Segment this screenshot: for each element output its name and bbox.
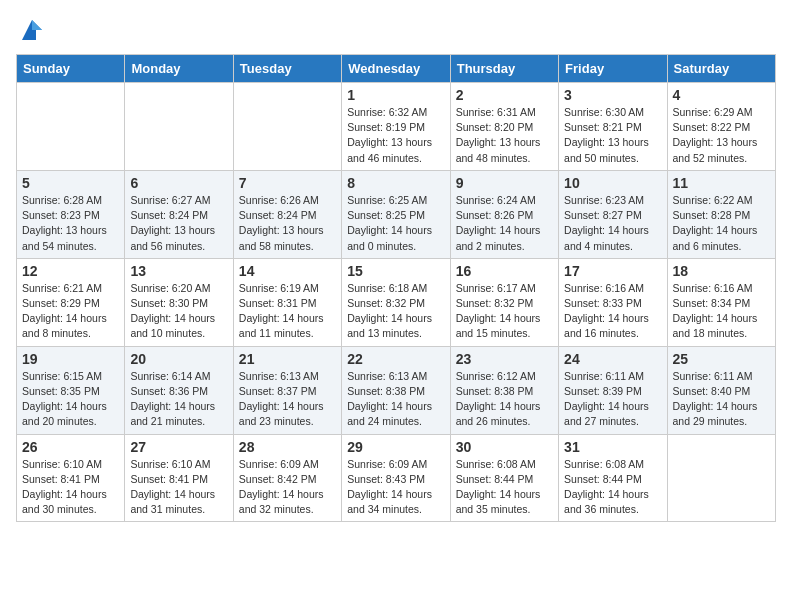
calendar-cell bbox=[125, 83, 233, 171]
day-info: Sunrise: 6:16 AM Sunset: 8:33 PM Dayligh… bbox=[564, 281, 661, 342]
day-info: Sunrise: 6:32 AM Sunset: 8:19 PM Dayligh… bbox=[347, 105, 444, 166]
day-number: 29 bbox=[347, 439, 444, 455]
calendar-cell: 8Sunrise: 6:25 AM Sunset: 8:25 PM Daylig… bbox=[342, 170, 450, 258]
day-info: Sunrise: 6:19 AM Sunset: 8:31 PM Dayligh… bbox=[239, 281, 336, 342]
day-number: 31 bbox=[564, 439, 661, 455]
calendar-cell: 13Sunrise: 6:20 AM Sunset: 8:30 PM Dayli… bbox=[125, 258, 233, 346]
day-info: Sunrise: 6:08 AM Sunset: 8:44 PM Dayligh… bbox=[564, 457, 661, 518]
day-info: Sunrise: 6:10 AM Sunset: 8:41 PM Dayligh… bbox=[130, 457, 227, 518]
day-number: 28 bbox=[239, 439, 336, 455]
calendar-cell: 10Sunrise: 6:23 AM Sunset: 8:27 PM Dayli… bbox=[559, 170, 667, 258]
day-info: Sunrise: 6:12 AM Sunset: 8:38 PM Dayligh… bbox=[456, 369, 553, 430]
calendar-cell: 1Sunrise: 6:32 AM Sunset: 8:19 PM Daylig… bbox=[342, 83, 450, 171]
day-number: 14 bbox=[239, 263, 336, 279]
day-info: Sunrise: 6:16 AM Sunset: 8:34 PM Dayligh… bbox=[673, 281, 770, 342]
day-info: Sunrise: 6:11 AM Sunset: 8:39 PM Dayligh… bbox=[564, 369, 661, 430]
day-number: 20 bbox=[130, 351, 227, 367]
calendar-cell: 24Sunrise: 6:11 AM Sunset: 8:39 PM Dayli… bbox=[559, 346, 667, 434]
day-info: Sunrise: 6:10 AM Sunset: 8:41 PM Dayligh… bbox=[22, 457, 119, 518]
day-number: 25 bbox=[673, 351, 770, 367]
day-info: Sunrise: 6:24 AM Sunset: 8:26 PM Dayligh… bbox=[456, 193, 553, 254]
weekday-header-sunday: Sunday bbox=[17, 55, 125, 83]
day-number: 27 bbox=[130, 439, 227, 455]
weekday-header-row: SundayMondayTuesdayWednesdayThursdayFrid… bbox=[17, 55, 776, 83]
day-info: Sunrise: 6:29 AM Sunset: 8:22 PM Dayligh… bbox=[673, 105, 770, 166]
day-info: Sunrise: 6:08 AM Sunset: 8:44 PM Dayligh… bbox=[456, 457, 553, 518]
day-number: 10 bbox=[564, 175, 661, 191]
day-number: 4 bbox=[673, 87, 770, 103]
day-info: Sunrise: 6:30 AM Sunset: 8:21 PM Dayligh… bbox=[564, 105, 661, 166]
day-number: 17 bbox=[564, 263, 661, 279]
page-header bbox=[16, 16, 776, 44]
day-info: Sunrise: 6:18 AM Sunset: 8:32 PM Dayligh… bbox=[347, 281, 444, 342]
day-info: Sunrise: 6:14 AM Sunset: 8:36 PM Dayligh… bbox=[130, 369, 227, 430]
calendar-cell: 14Sunrise: 6:19 AM Sunset: 8:31 PM Dayli… bbox=[233, 258, 341, 346]
calendar-week-row: 12Sunrise: 6:21 AM Sunset: 8:29 PM Dayli… bbox=[17, 258, 776, 346]
weekday-header-friday: Friday bbox=[559, 55, 667, 83]
day-number: 18 bbox=[673, 263, 770, 279]
calendar-week-row: 26Sunrise: 6:10 AM Sunset: 8:41 PM Dayli… bbox=[17, 434, 776, 522]
calendar-cell: 28Sunrise: 6:09 AM Sunset: 8:42 PM Dayli… bbox=[233, 434, 341, 522]
calendar-cell: 18Sunrise: 6:16 AM Sunset: 8:34 PM Dayli… bbox=[667, 258, 775, 346]
day-info: Sunrise: 6:13 AM Sunset: 8:37 PM Dayligh… bbox=[239, 369, 336, 430]
day-number: 12 bbox=[22, 263, 119, 279]
calendar-cell: 27Sunrise: 6:10 AM Sunset: 8:41 PM Dayli… bbox=[125, 434, 233, 522]
day-number: 13 bbox=[130, 263, 227, 279]
calendar-cell: 7Sunrise: 6:26 AM Sunset: 8:24 PM Daylig… bbox=[233, 170, 341, 258]
calendar-cell bbox=[667, 434, 775, 522]
day-info: Sunrise: 6:09 AM Sunset: 8:42 PM Dayligh… bbox=[239, 457, 336, 518]
calendar-cell: 31Sunrise: 6:08 AM Sunset: 8:44 PM Dayli… bbox=[559, 434, 667, 522]
calendar-cell: 15Sunrise: 6:18 AM Sunset: 8:32 PM Dayli… bbox=[342, 258, 450, 346]
day-number: 3 bbox=[564, 87, 661, 103]
day-number: 23 bbox=[456, 351, 553, 367]
day-info: Sunrise: 6:20 AM Sunset: 8:30 PM Dayligh… bbox=[130, 281, 227, 342]
day-info: Sunrise: 6:25 AM Sunset: 8:25 PM Dayligh… bbox=[347, 193, 444, 254]
calendar-cell: 22Sunrise: 6:13 AM Sunset: 8:38 PM Dayli… bbox=[342, 346, 450, 434]
day-info: Sunrise: 6:23 AM Sunset: 8:27 PM Dayligh… bbox=[564, 193, 661, 254]
weekday-header-tuesday: Tuesday bbox=[233, 55, 341, 83]
day-number: 5 bbox=[22, 175, 119, 191]
day-number: 2 bbox=[456, 87, 553, 103]
calendar-table: SundayMondayTuesdayWednesdayThursdayFrid… bbox=[16, 54, 776, 522]
day-number: 16 bbox=[456, 263, 553, 279]
logo bbox=[16, 16, 46, 44]
calendar-cell: 9Sunrise: 6:24 AM Sunset: 8:26 PM Daylig… bbox=[450, 170, 558, 258]
day-number: 11 bbox=[673, 175, 770, 191]
calendar-cell: 25Sunrise: 6:11 AM Sunset: 8:40 PM Dayli… bbox=[667, 346, 775, 434]
day-number: 30 bbox=[456, 439, 553, 455]
day-info: Sunrise: 6:17 AM Sunset: 8:32 PM Dayligh… bbox=[456, 281, 553, 342]
calendar-cell: 16Sunrise: 6:17 AM Sunset: 8:32 PM Dayli… bbox=[450, 258, 558, 346]
day-info: Sunrise: 6:15 AM Sunset: 8:35 PM Dayligh… bbox=[22, 369, 119, 430]
calendar-cell: 11Sunrise: 6:22 AM Sunset: 8:28 PM Dayli… bbox=[667, 170, 775, 258]
calendar-cell: 29Sunrise: 6:09 AM Sunset: 8:43 PM Dayli… bbox=[342, 434, 450, 522]
weekday-header-wednesday: Wednesday bbox=[342, 55, 450, 83]
svg-marker-1 bbox=[32, 20, 42, 30]
weekday-header-thursday: Thursday bbox=[450, 55, 558, 83]
weekday-header-saturday: Saturday bbox=[667, 55, 775, 83]
day-info: Sunrise: 6:26 AM Sunset: 8:24 PM Dayligh… bbox=[239, 193, 336, 254]
calendar-cell: 5Sunrise: 6:28 AM Sunset: 8:23 PM Daylig… bbox=[17, 170, 125, 258]
day-info: Sunrise: 6:11 AM Sunset: 8:40 PM Dayligh… bbox=[673, 369, 770, 430]
calendar-cell: 6Sunrise: 6:27 AM Sunset: 8:24 PM Daylig… bbox=[125, 170, 233, 258]
day-info: Sunrise: 6:13 AM Sunset: 8:38 PM Dayligh… bbox=[347, 369, 444, 430]
day-number: 19 bbox=[22, 351, 119, 367]
weekday-header-monday: Monday bbox=[125, 55, 233, 83]
calendar-cell: 26Sunrise: 6:10 AM Sunset: 8:41 PM Dayli… bbox=[17, 434, 125, 522]
calendar-cell bbox=[17, 83, 125, 171]
calendar-cell: 19Sunrise: 6:15 AM Sunset: 8:35 PM Dayli… bbox=[17, 346, 125, 434]
day-number: 1 bbox=[347, 87, 444, 103]
calendar-cell: 23Sunrise: 6:12 AM Sunset: 8:38 PM Dayli… bbox=[450, 346, 558, 434]
day-number: 9 bbox=[456, 175, 553, 191]
day-number: 22 bbox=[347, 351, 444, 367]
day-number: 6 bbox=[130, 175, 227, 191]
day-info: Sunrise: 6:28 AM Sunset: 8:23 PM Dayligh… bbox=[22, 193, 119, 254]
day-info: Sunrise: 6:27 AM Sunset: 8:24 PM Dayligh… bbox=[130, 193, 227, 254]
day-number: 24 bbox=[564, 351, 661, 367]
day-info: Sunrise: 6:22 AM Sunset: 8:28 PM Dayligh… bbox=[673, 193, 770, 254]
logo-icon bbox=[18, 16, 46, 44]
day-info: Sunrise: 6:21 AM Sunset: 8:29 PM Dayligh… bbox=[22, 281, 119, 342]
calendar-cell bbox=[233, 83, 341, 171]
calendar-week-row: 1Sunrise: 6:32 AM Sunset: 8:19 PM Daylig… bbox=[17, 83, 776, 171]
calendar-cell: 17Sunrise: 6:16 AM Sunset: 8:33 PM Dayli… bbox=[559, 258, 667, 346]
calendar-cell: 12Sunrise: 6:21 AM Sunset: 8:29 PM Dayli… bbox=[17, 258, 125, 346]
